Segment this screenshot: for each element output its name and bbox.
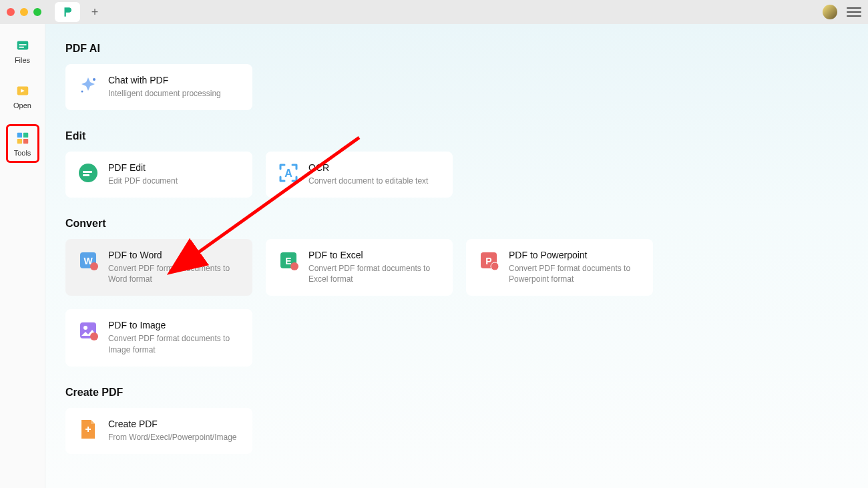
card-desc: Convert PDF format documents to Powerpoi… <box>509 263 641 286</box>
svg-rect-13 <box>83 174 89 176</box>
svg-point-17 <box>90 262 98 270</box>
titlebar: + <box>0 0 868 24</box>
card-ocr[interactable]: A OCR Convert document to editable text <box>266 152 453 198</box>
card-chat-with-pdf[interactable]: Chat with PDF Intelligent document proce… <box>65 64 252 110</box>
svg-rect-2 <box>19 47 23 48</box>
svg-point-10 <box>81 91 83 93</box>
sidebar-item-label: Open <box>13 101 31 109</box>
section-title: Create PDF <box>65 387 848 399</box>
card-desc: Convert document to editable text <box>308 176 441 187</box>
window-controls <box>7 8 41 16</box>
svg-text:E: E <box>285 256 291 266</box>
app-tab[interactable] <box>55 2 80 22</box>
card-desc: Convert PDF format documents to Image fo… <box>108 333 240 356</box>
card-desc: Convert PDF format documents to Word for… <box>108 263 240 286</box>
section-title: Edit <box>65 130 848 142</box>
card-title: Create PDF <box>108 419 240 429</box>
excel-icon: E <box>278 250 299 271</box>
card-desc: Intelligent document processing <box>108 88 240 99</box>
card-desc: Convert PDF format documents to Excel fo… <box>308 263 441 286</box>
card-pdf-to-excel[interactable]: E PDF to Excel Convert PDF format docume… <box>266 239 453 296</box>
card-title: PDF to Image <box>108 320 240 330</box>
section-title: Convert <box>65 218 848 230</box>
open-icon <box>15 83 31 99</box>
card-title: OCR <box>308 162 441 173</box>
create-pdf-icon <box>77 419 99 440</box>
sidebar: Files Open Tools <box>0 24 45 488</box>
app-logo-icon <box>61 6 73 18</box>
hamburger-menu-button[interactable] <box>847 5 861 19</box>
sidebar-item-open[interactable]: Open <box>6 79 39 113</box>
card-title: PDF to Powerpoint <box>509 250 641 260</box>
main-content: PDF AI Chat with PDF Intelligent documen… <box>45 24 868 488</box>
card-desc: Edit PDF document <box>108 176 240 187</box>
svg-rect-8 <box>23 139 27 144</box>
section-create-pdf: Create PDF Create PDF From Word/Execl/Po… <box>65 387 848 454</box>
svg-rect-6 <box>23 133 27 138</box>
svg-text:A: A <box>284 168 292 179</box>
svg-point-26 <box>90 332 98 340</box>
svg-point-25 <box>83 326 87 330</box>
svg-rect-5 <box>17 133 21 138</box>
pdf-edit-icon <box>77 162 99 184</box>
new-tab-button[interactable]: + <box>87 4 103 20</box>
card-desc: From Word/Execl/Powerpoint/Image <box>108 432 240 443</box>
svg-rect-28 <box>87 427 89 432</box>
svg-rect-12 <box>83 171 92 173</box>
ocr-icon: A <box>278 162 299 184</box>
card-pdf-to-image[interactable]: PDF to Image Convert PDF format document… <box>65 309 252 367</box>
card-create-pdf[interactable]: Create PDF From Word/Execl/Powerpoint/Im… <box>65 408 252 454</box>
sparkle-icon <box>77 75 99 96</box>
sidebar-item-tools[interactable]: Tools <box>6 124 39 163</box>
close-window-button[interactable] <box>7 8 15 16</box>
svg-rect-1 <box>19 44 26 45</box>
section-title: PDF AI <box>65 43 848 55</box>
files-icon <box>15 37 31 53</box>
sidebar-item-files[interactable]: Files <box>6 33 39 68</box>
card-title: PDF Edit <box>108 162 240 173</box>
card-pdf-to-powerpoint[interactable]: P PDF to Powerpoint Convert PDF format d… <box>466 239 653 296</box>
svg-point-23 <box>491 262 499 270</box>
word-icon: W <box>77 250 99 271</box>
tools-icon <box>15 130 31 146</box>
user-avatar[interactable] <box>823 5 837 19</box>
section-pdf-ai: PDF AI Chat with PDF Intelligent documen… <box>65 43 848 110</box>
powerpoint-icon: P <box>478 250 499 271</box>
image-icon <box>77 320 99 341</box>
minimize-window-button[interactable] <box>20 8 28 16</box>
sidebar-item-label: Files <box>15 56 30 64</box>
section-convert: Convert W PDF to Word Convert PDF format… <box>65 218 848 367</box>
maximize-window-button[interactable] <box>33 8 41 16</box>
card-title: PDF to Word <box>108 250 240 260</box>
section-edit: Edit PDF Edit Edit PDF document A <box>65 130 848 198</box>
svg-point-9 <box>93 78 95 81</box>
svg-point-20 <box>290 262 298 270</box>
card-title: PDF to Excel <box>308 250 441 260</box>
card-pdf-to-word[interactable]: W PDF to Word Convert PDF format documen… <box>65 239 252 296</box>
card-title: Chat with PDF <box>108 75 240 85</box>
sidebar-item-label: Tools <box>14 149 31 157</box>
svg-rect-7 <box>17 139 21 144</box>
card-pdf-edit[interactable]: PDF Edit Edit PDF document <box>65 152 252 198</box>
